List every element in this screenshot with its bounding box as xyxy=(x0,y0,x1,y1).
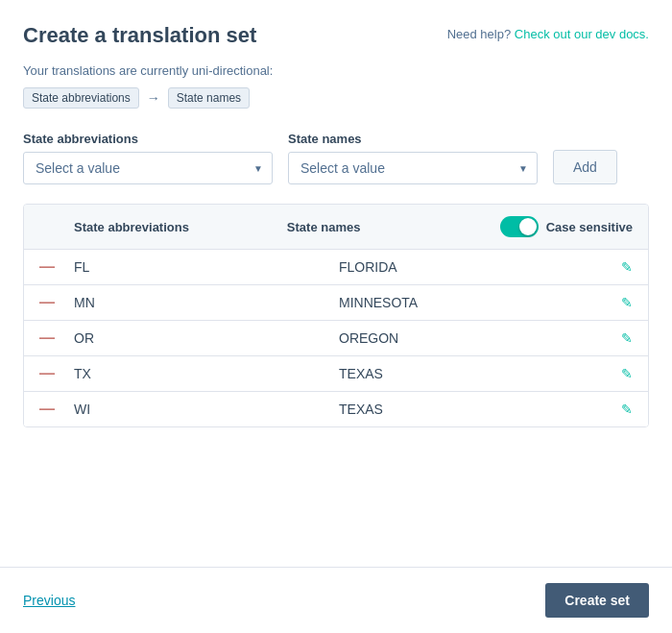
table-row: — TX TEXAS ✎ xyxy=(24,356,648,392)
row-abbrev: WI xyxy=(74,402,339,417)
direction-badges: State abbreviations → State names xyxy=(23,87,649,109)
page-title: Create a translation set xyxy=(23,23,256,48)
direction-info: Your translations are currently uni-dire… xyxy=(23,63,649,78)
table-body: — FL FLORIDA ✎ — MN MINNESOTA ✎ — OR ORE… xyxy=(24,250,648,426)
col-name-header: State names xyxy=(287,220,500,234)
table-row: — MN MINNESOTA ✎ xyxy=(24,285,648,321)
edit-icon[interactable]: ✎ xyxy=(621,366,633,381)
col-case-header: Case sensitive xyxy=(500,216,633,237)
row-abbrev: TX xyxy=(74,366,339,381)
edit-icon[interactable]: ✎ xyxy=(621,259,633,275)
row-name: FLORIDA xyxy=(339,259,604,275)
edit-icon[interactable]: ✎ xyxy=(621,295,633,310)
from-select-wrapper: Select a value ▼ xyxy=(23,152,273,184)
row-name: MINNESOTA xyxy=(339,295,604,310)
row-edit-cell: ✎ xyxy=(604,366,633,381)
case-label: Case sensitive xyxy=(546,220,633,234)
row-edit-cell: ✎ xyxy=(604,330,633,346)
to-column-label: State names xyxy=(288,132,538,146)
row-delete-cell: — xyxy=(39,402,74,417)
to-select-group: State names Select a value ▼ xyxy=(288,132,538,184)
toggle-thumb xyxy=(519,218,537,235)
row-abbrev: FL xyxy=(74,259,339,275)
row-abbrev: OR xyxy=(74,330,339,346)
table-row: — WI TEXAS ✎ xyxy=(24,392,648,426)
row-edit-cell: ✎ xyxy=(604,259,633,275)
arrow-icon: → xyxy=(147,90,160,106)
row-delete-cell: — xyxy=(39,259,74,275)
help-link[interactable]: Check out our dev docs. xyxy=(515,27,649,41)
row-abbrev: MN xyxy=(74,295,339,310)
row-name: TEXAS xyxy=(339,402,604,417)
from-column-label: State abbreviations xyxy=(23,132,273,146)
from-select[interactable]: Select a value xyxy=(23,152,273,184)
table-header: State abbreviations State names Case sen… xyxy=(24,205,648,250)
row-delete-cell: — xyxy=(39,366,74,381)
to-select-wrapper: Select a value ▼ xyxy=(288,152,538,184)
row-name: TEXAS xyxy=(339,366,604,381)
edit-icon[interactable]: ✎ xyxy=(621,330,633,346)
previous-button[interactable]: Previous xyxy=(23,593,75,608)
to-badge: State names xyxy=(168,87,250,109)
edit-icon[interactable]: ✎ xyxy=(621,402,633,417)
row-edit-cell: ✎ xyxy=(604,402,633,417)
row-edit-cell: ✎ xyxy=(604,295,633,310)
delete-icon[interactable]: — xyxy=(39,330,55,346)
to-select[interactable]: Select a value xyxy=(288,152,538,184)
from-select-group: State abbreviations Select a value ▼ xyxy=(23,132,273,184)
toggle-track xyxy=(500,216,539,237)
table-row: — OR OREGON ✎ xyxy=(24,321,648,356)
create-set-button[interactable]: Create set xyxy=(545,583,649,618)
row-delete-cell: — xyxy=(39,295,74,310)
add-button[interactable]: Add xyxy=(553,150,617,184)
col-abbrev-header: State abbreviations xyxy=(74,220,287,234)
select-row: State abbreviations Select a value ▼ Sta… xyxy=(23,132,649,184)
delete-icon[interactable]: — xyxy=(39,402,55,417)
from-badge: State abbreviations xyxy=(23,87,139,109)
help-text: Need help? Check out our dev docs. xyxy=(447,23,649,41)
page-header: Create a translation set Need help? Chec… xyxy=(23,23,649,48)
delete-icon[interactable]: — xyxy=(39,259,55,275)
translation-table: State abbreviations State names Case sen… xyxy=(23,204,649,427)
delete-icon[interactable]: — xyxy=(39,366,55,381)
delete-icon[interactable]: — xyxy=(39,295,55,310)
footer: Previous Create set xyxy=(0,567,672,633)
case-sensitive-toggle[interactable] xyxy=(500,216,539,237)
row-name: OREGON xyxy=(339,330,604,346)
table-row: — FL FLORIDA ✎ xyxy=(24,250,648,285)
row-delete-cell: — xyxy=(39,330,74,346)
help-prefix: Need help? xyxy=(447,27,512,41)
